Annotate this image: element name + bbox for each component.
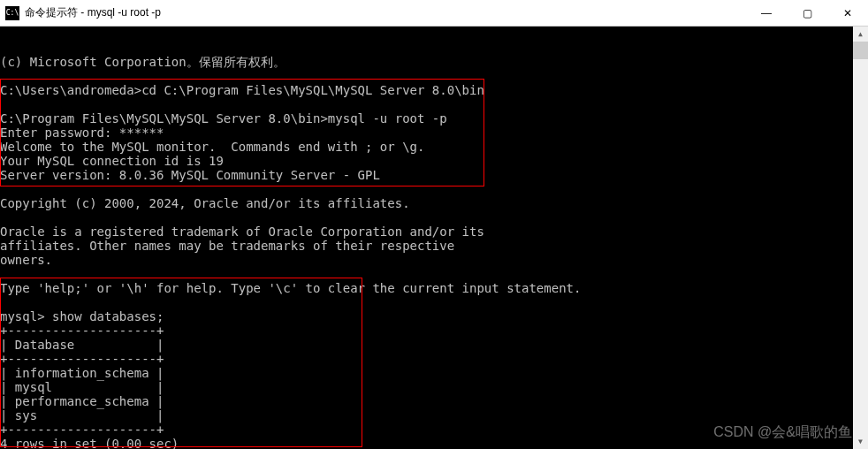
scroll-up-arrow-icon[interactable]: ▲ (853, 27, 868, 42)
terminal-content: (c) Microsoft Corporation。保留所有权利。 C:\Use… (0, 55, 868, 449)
window-controls: — ▢ ✕ (746, 0, 868, 26)
scroll-thumb[interactable] (853, 42, 868, 59)
window-title: 命令提示符 - mysql -u root -p (25, 5, 746, 20)
minimize-button[interactable]: — (746, 0, 787, 26)
cmd-icon: C:\ (5, 6, 19, 20)
terminal-area[interactable]: (c) Microsoft Corporation。保留所有权利。 C:\Use… (0, 27, 868, 449)
vertical-scrollbar[interactable]: ▲ ▼ (853, 27, 868, 449)
maximize-button[interactable]: ▢ (787, 0, 827, 26)
window-titlebar: C:\ 命令提示符 - mysql -u root -p — ▢ ✕ (0, 0, 868, 27)
close-button[interactable]: ✕ (827, 0, 868, 26)
scroll-down-arrow-icon[interactable]: ▼ (853, 434, 868, 449)
